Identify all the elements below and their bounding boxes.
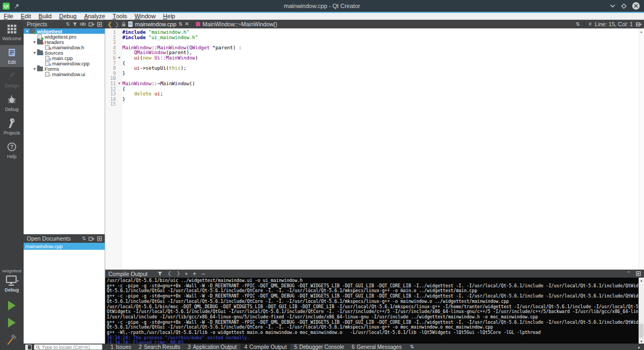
folder-qt-icon	[30, 29, 35, 34]
open-docs-dropdown-icon[interactable]: ⇅	[82, 236, 86, 241]
tab-label: General Messages	[357, 344, 402, 350]
expand-arrow-icon[interactable]: ▼	[32, 67, 37, 71]
mode-help[interactable]: ?Help	[0, 139, 24, 161]
panel-select-dropdown-icon[interactable]: ⇅	[65, 22, 70, 27]
output-tab-general-messages[interactable]: 6General Messages	[348, 344, 406, 350]
output-tab-search-results[interactable]: 2Search Results	[135, 344, 184, 350]
open-document-tab[interactable]: mainwindow.cpp	[135, 21, 176, 27]
mode-debug[interactable]: Debug	[0, 92, 24, 114]
go-forward-icon[interactable]: ❯	[114, 21, 119, 27]
debug-run-button[interactable]: ●	[8, 314, 16, 331]
cursor-hash-icon: #	[589, 22, 591, 27]
output-tab-debugger-console[interactable]: 5Debugger Console	[290, 344, 348, 350]
output-tab-issues[interactable]: 1Issues	[107, 344, 135, 350]
code-editor[interactable]: 1#include "mainwindow.h"2#include "ui_ma…	[105, 28, 644, 270]
mode-projects[interactable]: Projects	[0, 116, 24, 138]
split-panel-icon[interactable]	[89, 22, 94, 27]
tree-item-mainwindow.cpp[interactable]: cmainwindow.cpp	[24, 61, 105, 66]
tab-label: Issues	[116, 344, 131, 350]
compile-output-line: QtWidgets -I/usr/local/Qt-5.6.1/include/…	[107, 309, 638, 315]
mode-welcome[interactable]: Welcome	[0, 21, 24, 43]
pin-icon[interactable]	[14, 3, 20, 9]
tree-item-mainwindow.h[interactable]: hmainwindow.h	[24, 44, 105, 50]
symbol-selector[interactable]: MainWindow::~MainWindow()	[202, 21, 277, 27]
design-icon	[7, 71, 17, 82]
document-dropdown-icon[interactable]: ⇅	[178, 22, 182, 27]
go-back-icon[interactable]: ❮	[107, 21, 112, 27]
menu-window[interactable]: Window	[131, 13, 159, 19]
next-item-icon[interactable]: ❯	[177, 271, 181, 276]
mode-design: Design	[0, 69, 24, 91]
open-document-mainwindow.cpp[interactable]: mainwindow.cpp	[24, 243, 105, 250]
output-tab-application-output[interactable]: 3Application Output	[184, 344, 240, 350]
fold-marker-icon[interactable]: ▼	[116, 56, 122, 61]
mode-label: Projects	[4, 130, 20, 136]
compile-output-scrollbar[interactable]: ▲ ▼	[639, 278, 644, 344]
kit-selector-icon[interactable]	[5, 275, 19, 286]
tree-item-Forms[interactable]: ▼✎Forms	[24, 66, 105, 71]
tree-item-Sources[interactable]: ▼cSources	[24, 50, 105, 55]
minimize-button[interactable]	[610, 4, 616, 8]
tab-number: 6	[352, 344, 355, 350]
fold-marker-icon[interactable]: ▼	[116, 81, 122, 87]
fold-marker-icon	[116, 87, 122, 92]
filter-icon[interactable]	[72, 22, 77, 27]
previous-item-icon[interactable]: ❮	[167, 271, 172, 276]
run-button[interactable]	[8, 301, 16, 310]
tree-item-main.cpp[interactable]: cmain.cpp	[24, 55, 105, 61]
file-cpp-icon: c	[45, 56, 50, 61]
locator-input[interactable]: Type to locate (Ctrl+K)	[34, 344, 103, 350]
close-pane-icon[interactable]	[636, 271, 641, 276]
bug-overlay-icon: ●	[9, 327, 12, 332]
menu-edit[interactable]: Edit	[17, 13, 35, 19]
fold-marker-icon	[116, 35, 122, 41]
tree-item-mainwindow.ui[interactable]: ✎mainwindow.ui	[24, 71, 105, 77]
open-docs-close-icon[interactable]	[97, 236, 102, 241]
tab-number: 1	[111, 344, 114, 350]
mode-label: Design	[5, 83, 19, 88]
toggle-sidebar-icon[interactable]	[25, 345, 32, 350]
filter-output-icon[interactable]	[157, 271, 163, 277]
split-editor-icon[interactable]	[636, 22, 642, 27]
editor-scrollbar[interactable]: ▲	[639, 28, 644, 270]
output-tab-compile-output[interactable]: 4Compile Output	[240, 344, 290, 350]
menu-debug[interactable]: Debug	[55, 13, 80, 19]
output-panes-dropdown-icon[interactable]: ⇅	[410, 345, 414, 349]
folder-h-icon: h	[37, 40, 43, 44]
menu-file[interactable]: File	[0, 13, 17, 19]
tree-item-widgettest[interactable]: ▼widgettest	[24, 28, 105, 34]
cursor-position-label: Line: 15, Col: 1	[595, 21, 633, 27]
fold-marker-icon	[116, 46, 122, 51]
menu-build[interactable]: Build	[35, 13, 55, 19]
tree-item-Headers[interactable]: ▼hHeaders	[24, 39, 105, 44]
expand-arrow-icon[interactable]: ▼	[25, 29, 30, 33]
close-button[interactable]	[632, 2, 640, 10]
fold-marker-icon	[116, 50, 122, 56]
close-panel-icon[interactable]	[97, 22, 102, 27]
code-line-13: 13 delete ui;	[105, 92, 639, 97]
fold-marker-icon	[116, 40, 122, 46]
stop-icon[interactable]: ■	[185, 272, 188, 276]
progress-expand-icon[interactable]: ▲	[637, 345, 641, 349]
menu-tools[interactable]: Tools	[109, 13, 131, 19]
mode-edit[interactable]: Edit	[0, 45, 24, 67]
build-button[interactable]	[6, 334, 17, 345]
project-tree: ▼widgettestwidgettest.pro▼hHeadershmainw…	[24, 28, 105, 234]
zoom-out-icon[interactable]: −	[201, 271, 205, 277]
fold-marker-icon	[116, 71, 122, 77]
open-docs-split-icon[interactable]	[89, 236, 94, 241]
compile-output-pane[interactable]: /usr/local/Qt-5.6.1/bin/uic ../widgettes…	[105, 278, 644, 344]
expand-arrow-icon[interactable]: ▼	[32, 40, 37, 44]
fold-marker-icon	[116, 76, 122, 81]
expand-arrow-icon[interactable]: ▼	[32, 51, 37, 55]
tree-item-widgettest.pro[interactable]: widgettest.pro	[24, 34, 105, 39]
symbol-dropdown-icon[interactable]: ⇅	[576, 22, 580, 27]
close-document-icon[interactable]: ✕	[185, 21, 189, 27]
maximize-pane-icon[interactable]: ⌃	[626, 271, 631, 276]
sync-with-editor-icon[interactable]	[80, 22, 86, 26]
zoom-in-icon[interactable]: +	[193, 271, 196, 277]
tab-label: Search Results	[144, 344, 180, 350]
maximize-button[interactable]	[621, 3, 627, 9]
menu-help[interactable]: Help	[159, 13, 179, 19]
menu-analyze[interactable]: Analyze	[80, 13, 109, 19]
